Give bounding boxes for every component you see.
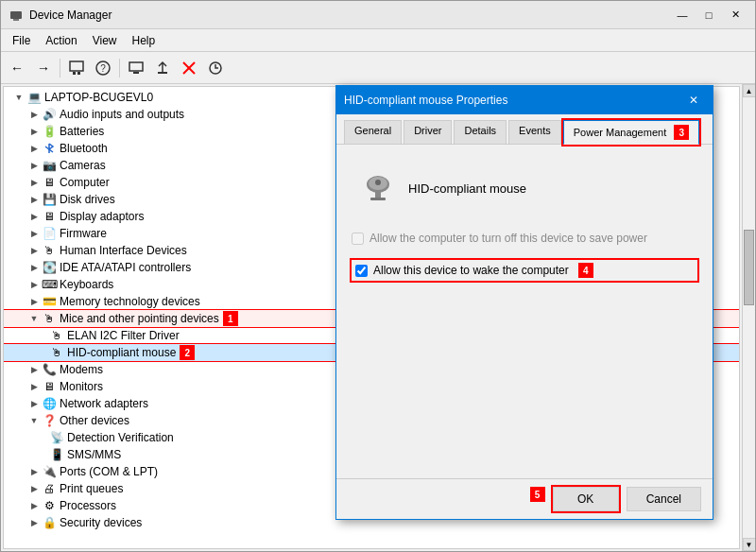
tab-details[interactable]: Details [454, 120, 507, 144]
print-toggle[interactable]: ▶ [26, 481, 42, 496]
mice-label: Mice and other pointing devices [60, 312, 219, 325]
annotation-1: 1 [223, 311, 238, 326]
allow-turnoff-checkbox[interactable] [352, 233, 364, 245]
firmware-label: Firmware [60, 227, 107, 240]
display-toggle[interactable]: ▶ [26, 209, 42, 224]
properties-button[interactable] [64, 56, 89, 80]
firmware-icon: 📄 [42, 226, 57, 241]
sms-label: SMS/MMS [67, 448, 121, 461]
menu-help[interactable]: Help [125, 32, 163, 49]
tab-general[interactable]: General [344, 120, 402, 144]
svg-rect-1 [13, 19, 19, 21]
device-header: HID-compliant mouse [352, 160, 697, 216]
hid-mouse-icon: 🖱 [49, 345, 64, 360]
toolbar: ← → ? [1, 52, 755, 84]
other-toggle[interactable]: ▼ [26, 413, 42, 428]
window-title: Device Manager [29, 9, 670, 22]
forward-button[interactable]: → [31, 56, 56, 80]
ports-label: Ports (COM & LPT) [60, 465, 158, 478]
network-toggle[interactable]: ▶ [26, 396, 42, 411]
svg-rect-8 [133, 72, 139, 74]
dialog-title-bar: HID-compliant mouse Properties ✕ [336, 86, 713, 114]
help-button[interactable]: ? [91, 56, 115, 80]
menu-bar: File Action View Help [1, 29, 755, 52]
memory-icon: 💳 [42, 294, 57, 309]
root-toggle[interactable]: ▼ [11, 90, 26, 105]
firmware-toggle[interactable]: ▶ [26, 226, 42, 241]
modems-toggle[interactable]: ▶ [26, 362, 42, 377]
tab-driver[interactable]: Driver [404, 120, 452, 144]
app-icon [9, 8, 24, 23]
tab-power-management[interactable]: Power Management 3 [563, 120, 699, 145]
monitors-label: Monitors [60, 380, 103, 393]
hid-toggle[interactable]: ▶ [26, 243, 42, 258]
computer-toggle[interactable]: ▶ [26, 175, 42, 190]
allow-wake-checkbox[interactable] [355, 265, 368, 277]
ports-toggle[interactable]: ▶ [26, 464, 42, 479]
ide-icon: 💽 [42, 260, 57, 275]
annotation-3: 3 [674, 125, 689, 140]
root-label: LAPTOP-BCUGEVL0 [44, 91, 153, 104]
device-name: HID-compliant mouse [408, 181, 526, 196]
batteries-toggle[interactable]: ▶ [26, 124, 42, 139]
keyboards-icon: ⌨ [42, 277, 57, 292]
dialog-close-button[interactable]: ✕ [682, 91, 705, 110]
detection-icon: 📡 [49, 430, 64, 445]
hid-mouse-label: HID-compliant mouse [67, 346, 176, 359]
print-label: Print queues [60, 482, 123, 495]
dialog-tabs: General Driver Details Events Power Mana… [336, 114, 713, 145]
uninstall-button[interactable] [177, 56, 201, 80]
ok-button[interactable]: OK [553, 487, 619, 511]
scroll-thumb[interactable] [744, 230, 754, 305]
cancel-button[interactable]: Cancel [627, 487, 701, 511]
menu-action[interactable]: Action [38, 32, 84, 49]
cameras-icon: 📷 [42, 158, 57, 173]
computer-label: Computer [60, 176, 110, 189]
ports-icon: 🔌 [42, 464, 57, 479]
memory-toggle[interactable]: ▶ [26, 294, 42, 309]
scroll-down-button[interactable]: ▼ [743, 538, 756, 551]
cameras-label: Cameras [60, 159, 106, 172]
scroll-up-button[interactable]: ▲ [743, 84, 756, 97]
ide-toggle[interactable]: ▶ [26, 260, 42, 275]
menu-view[interactable]: View [85, 32, 125, 49]
mice-toggle[interactable]: ▼ [26, 311, 42, 326]
mice-icon: 🖱 [42, 311, 57, 326]
keyboards-toggle[interactable]: ▶ [26, 277, 42, 292]
minimize-button[interactable]: — [670, 6, 695, 25]
processors-icon: ⚙ [42, 498, 57, 513]
processors-toggle[interactable]: ▶ [26, 498, 42, 513]
maximize-button[interactable]: □ [696, 6, 721, 25]
vertical-scrollbar[interactable]: ▲ ▼ [742, 84, 755, 551]
scan-button[interactable] [124, 56, 148, 80]
bluetooth-toggle[interactable]: ▶ [26, 141, 42, 156]
allow-turnoff-row: Allow the computer to turn off this devi… [352, 228, 697, 249]
network-label: Network adapters [60, 397, 148, 410]
keyboards-label: Keyboards [60, 278, 113, 291]
sms-icon: 📱 [49, 447, 64, 462]
network-icon: 🌐 [42, 396, 57, 411]
elan-icon: 🖱 [49, 328, 64, 343]
elan-label: ELAN I2C Filter Driver [67, 329, 180, 342]
cameras-toggle[interactable]: ▶ [26, 158, 42, 173]
scroll-track[interactable] [743, 97, 755, 538]
disk-toggle[interactable]: ▶ [26, 192, 42, 207]
hid-label: Human Interface Devices [60, 244, 187, 257]
close-button[interactable]: ✕ [723, 6, 747, 25]
audio-toggle[interactable]: ▶ [26, 107, 42, 122]
back-button[interactable]: ← [5, 56, 29, 80]
monitors-toggle[interactable]: ▶ [26, 379, 42, 394]
bluetooth-label: Bluetooth [60, 142, 108, 155]
print-icon: 🖨 [42, 481, 57, 496]
device-icon [359, 167, 397, 209]
menu-file[interactable]: File [5, 32, 38, 49]
svg-rect-9 [158, 72, 167, 74]
allow-turnoff-label: Allow the computer to turn off this devi… [369, 232, 647, 245]
security-toggle[interactable]: ▶ [26, 515, 42, 530]
annotation-4: 4 [578, 263, 593, 278]
tab-events[interactable]: Events [508, 120, 561, 144]
scan-hardware-button[interactable] [203, 56, 228, 80]
update-driver-button[interactable] [150, 56, 175, 80]
properties-dialog: HID-compliant mouse Properties ✕ General… [335, 85, 713, 520]
monitors-icon: 🖥 [42, 379, 57, 394]
